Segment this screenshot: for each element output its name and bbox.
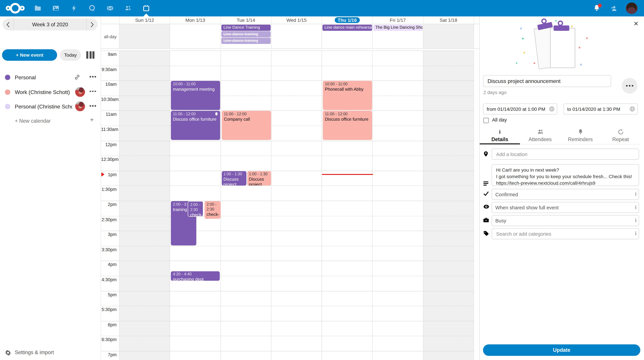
time-slot[interactable] [221, 291, 271, 306]
time-slot[interactable] [221, 95, 271, 111]
end-date-field[interactable]: to 01/14/2020 at 1:30 PM [564, 103, 638, 114]
time-slot[interactable] [373, 125, 423, 141]
event-more-actions-button[interactable] [622, 78, 638, 93]
allday-cell-3[interactable] [271, 24, 322, 48]
event[interactable]: 11:00 - 12:00Company call [222, 111, 271, 140]
time-slot[interactable] [373, 321, 423, 336]
contacts-icon[interactable] [124, 4, 132, 12]
time-slot[interactable] [170, 171, 221, 186]
event[interactable]: 11:00 - 12:00Discuss office furniture [323, 111, 372, 140]
freebusy-select[interactable]: Busy [492, 215, 639, 226]
timezone-globe-icon[interactable] [630, 106, 635, 112]
allday-event[interactable]: The Big Line Dancing Show [373, 25, 422, 31]
time-slot[interactable] [120, 291, 170, 306]
time-slot[interactable] [120, 171, 170, 186]
event[interactable]: 2:00 - 2:30check-in [204, 201, 221, 219]
time-slot[interactable] [322, 186, 373, 201]
allday-event[interactable]: Line dance training [221, 38, 271, 44]
time-slot[interactable] [373, 261, 423, 276]
time-slot[interactable] [221, 246, 271, 261]
time-slot[interactable] [120, 276, 170, 291]
week-label[interactable]: Week 3 of 2020 [14, 18, 87, 30]
time-slot[interactable] [271, 125, 322, 141]
time-slot[interactable] [120, 95, 170, 111]
allday-cell-6[interactable] [423, 24, 474, 48]
time-slot[interactable] [423, 231, 474, 246]
close-icon[interactable]: ✕ [634, 20, 639, 27]
time-slot[interactable] [373, 186, 423, 201]
calendar-item-personal-christine[interactable]: Personal (Christine Scho… [0, 101, 100, 112]
today-button[interactable]: Today [60, 49, 81, 61]
files-icon[interactable] [34, 4, 42, 12]
time-slot[interactable] [322, 351, 373, 360]
next-week-button[interactable] [87, 18, 98, 30]
time-slot[interactable] [322, 171, 373, 186]
time-slot[interactable] [170, 50, 221, 65]
time-slot[interactable] [120, 351, 170, 360]
time-slot[interactable] [373, 306, 423, 321]
allday-event[interactable]: Line Dance Training [221, 25, 271, 31]
event[interactable]: 4:20 - 4:40purchasing dept [171, 271, 220, 281]
user-avatar[interactable] [626, 2, 638, 14]
calendar-menu-button[interactable] [90, 90, 96, 92]
time-slot[interactable] [271, 321, 322, 336]
time-slot[interactable] [423, 95, 474, 111]
time-slot[interactable] [322, 231, 373, 246]
time-slot[interactable] [221, 65, 271, 81]
calendar-icon[interactable] [142, 4, 150, 12]
time-slot[interactable] [423, 321, 474, 336]
time-slot[interactable] [271, 50, 322, 65]
time-slot[interactable] [120, 65, 170, 81]
time-slot[interactable] [373, 276, 423, 291]
time-slot[interactable] [423, 216, 474, 231]
time-slot[interactable] [170, 291, 221, 306]
time-slot[interactable] [170, 186, 221, 201]
time-slot[interactable] [322, 141, 373, 156]
time-slot[interactable] [423, 171, 474, 186]
time-slot[interactable] [221, 306, 271, 321]
time-slot[interactable] [120, 336, 170, 351]
time-slot[interactable] [373, 95, 423, 111]
time-slot[interactable] [423, 80, 474, 95]
start-date-field[interactable]: from 01/14/2020 at 1:00 PM [483, 103, 557, 114]
time-slot[interactable] [170, 336, 221, 351]
event[interactable]: 11:00 - 12:00Discuss office furniture [171, 111, 220, 140]
time-slot[interactable] [271, 231, 322, 246]
time-slot[interactable] [271, 171, 322, 186]
event[interactable]: 10:00 - 11:00Phonecall with Abby [323, 81, 372, 110]
time-slot[interactable] [271, 336, 322, 351]
time-slot[interactable] [423, 306, 474, 321]
time-slot[interactable] [373, 156, 423, 171]
timezone-globe-icon[interactable] [549, 106, 554, 112]
time-slot[interactable] [170, 321, 221, 336]
time-slot[interactable] [120, 201, 170, 216]
calendar-menu-button[interactable] [90, 76, 96, 77]
time-slot[interactable] [221, 186, 271, 201]
time-slot[interactable] [271, 291, 322, 306]
time-slot[interactable] [170, 65, 221, 81]
time-slot[interactable] [271, 246, 322, 261]
time-slot[interactable] [322, 246, 373, 261]
time-slot[interactable] [373, 231, 423, 246]
location-input-field[interactable] [495, 151, 635, 157]
time-slot[interactable] [373, 80, 423, 95]
time-slot[interactable] [423, 246, 474, 261]
time-slot[interactable] [423, 276, 474, 291]
time-slot[interactable] [271, 216, 322, 231]
time-slot[interactable] [120, 321, 170, 336]
time-slot[interactable] [170, 351, 221, 360]
time-slot[interactable] [271, 156, 322, 171]
status-info-icon[interactable]: i [633, 191, 638, 197]
event[interactable]: 10:00 - 11:00management meeting [171, 81, 220, 110]
time-slot[interactable] [170, 246, 221, 261]
time-slot[interactable] [120, 125, 170, 141]
time-slot[interactable] [271, 351, 322, 360]
time-slot[interactable] [170, 141, 221, 156]
allday-event[interactable]: Line dance main rehearsal [322, 25, 372, 31]
time-slot[interactable] [322, 291, 373, 306]
time-slot[interactable] [373, 291, 423, 306]
calendar-menu-button[interactable] [90, 105, 96, 107]
time-slot[interactable] [120, 80, 170, 95]
time-slot[interactable] [221, 80, 271, 95]
time-slot[interactable] [423, 201, 474, 216]
